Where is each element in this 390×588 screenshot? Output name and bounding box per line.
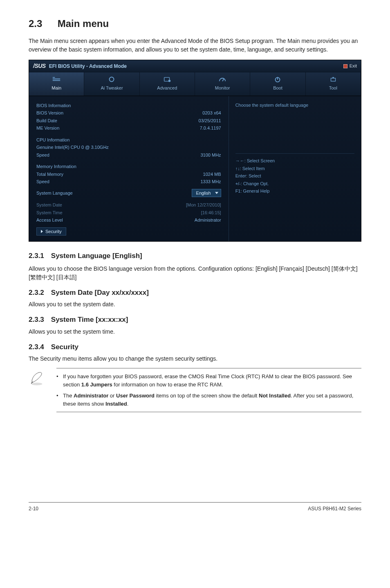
exit-label: Exit: [350, 63, 357, 70]
tab-boot[interactable]: Boot: [250, 72, 305, 96]
heading-233: 2.3.3 System Time [xx:xx:xx]: [29, 314, 361, 325]
total-memory-value: 1024 MB: [203, 171, 221, 178]
svg-point-6: [168, 80, 171, 82]
system-time-label: System Time: [36, 209, 63, 216]
cpu-info-header: CPU Information: [36, 137, 69, 144]
svg-line-7: [222, 79, 224, 81]
tab-advanced[interactable]: Advanced: [140, 72, 195, 96]
note-item-1: If you have forgotten your BIOS password…: [56, 373, 361, 388]
build-date-label: Build Date: [36, 117, 57, 124]
svg-rect-0: [343, 64, 347, 68]
tab-boot-label: Boot: [273, 85, 282, 90]
bios-info-header: BIOS Information: [36, 102, 71, 109]
security-label: Security: [45, 228, 62, 235]
note-block: If you have forgotten your BIOS password…: [29, 368, 361, 412]
tab-advanced-label: Advanced: [157, 85, 177, 90]
system-date-value[interactable]: [Mon 12/27/2010]: [186, 202, 221, 209]
boot-icon: [273, 76, 282, 83]
section-number: 2.3: [29, 18, 42, 29]
tab-ai-tweaker-label: Ai Tweaker: [101, 85, 123, 90]
bios-main-panel: BIOS Information BIOS Version0203 x64 Bu…: [29, 96, 229, 242]
svg-point-12: [31, 383, 43, 386]
help-text: Choose the system default language: [235, 102, 354, 109]
hint-select-screen: →←: Select Screen: [235, 157, 354, 165]
footer-page: 2-10: [29, 505, 38, 512]
monitor-icon: [218, 76, 227, 83]
bios-version-value: 0203 x64: [202, 110, 221, 117]
bios-window: /SUS EFI BIOS Utility - Advanced Mode Ex…: [29, 60, 361, 242]
body-231: Allows you to choose the BIOS language v…: [29, 265, 361, 282]
access-level-value: Administrator: [195, 217, 221, 224]
main-icon: [52, 76, 61, 83]
me-version-value: 7.0.4.1197: [200, 125, 221, 132]
build-date-value: 03/25/2011: [199, 117, 221, 124]
heading-231: 2.3.1 System Language [English]: [29, 251, 361, 261]
bios-help-panel: Choose the system default language →←: S…: [229, 96, 361, 242]
tab-tool[interactable]: Tool: [306, 72, 361, 96]
heading-234: 2.3.4 Security: [29, 342, 361, 352]
cpu-speed-label: Speed: [36, 152, 49, 159]
tab-tool-label: Tool: [329, 85, 337, 90]
exit-button[interactable]: Exit: [343, 63, 357, 70]
hint-enter: Enter: Select: [235, 172, 354, 180]
system-date-label: System Date: [36, 202, 62, 209]
mem-speed-label: Speed: [36, 178, 49, 185]
note-icon: [29, 368, 47, 388]
asus-logo: /SUS: [33, 62, 46, 70]
body-232: Allows you to set the system date.: [29, 300, 361, 309]
bios-version-label: BIOS Version: [36, 110, 63, 117]
body-233: Allows you to set the system time.: [29, 328, 361, 336]
cpu-speed-value: 3100 MHz: [200, 152, 221, 159]
svg-rect-10: [331, 78, 335, 81]
me-version-label: ME Version: [36, 125, 59, 132]
page-footer: 2-10 ASUS P8H61-M2 Series: [29, 502, 361, 512]
tool-icon: [329, 76, 338, 83]
tab-monitor-label: Monitor: [215, 85, 230, 90]
tab-ai-tweaker[interactable]: Ai Tweaker: [84, 72, 139, 96]
body-234: The Security menu items allow you to cha…: [29, 355, 361, 363]
tab-main-label: Main: [52, 85, 61, 90]
tab-monitor[interactable]: Monitor: [195, 72, 250, 96]
system-language-label: System Language: [36, 190, 73, 197]
svg-rect-11: [332, 77, 334, 79]
security-submenu[interactable]: Security: [36, 227, 66, 236]
mem-speed-value: 1333 MHz: [200, 178, 221, 185]
cpu-name: Genuine Intel(R) CPU 0 @ 3.10GHz: [36, 144, 109, 151]
section-title: Main menu: [58, 18, 109, 29]
exit-icon: [343, 64, 347, 68]
section-intro: The Main menu screen appears when you en…: [29, 37, 361, 54]
note-item-2: The Administrator or User Password items…: [56, 392, 361, 408]
svg-point-4: [110, 77, 114, 82]
bios-titlebar: /SUS EFI BIOS Utility - Advanced Mode Ex…: [29, 60, 361, 72]
heading-232: 2.3.2 System Date [Day xx/xx/xxxx]: [29, 287, 361, 298]
access-level-label: Access Level: [36, 217, 63, 224]
svg-rect-2: [53, 79, 60, 79]
hint-change-opt: +/-: Change Opt.: [235, 180, 354, 188]
svg-rect-3: [53, 80, 60, 81]
mem-info-header: Memory Information: [36, 163, 76, 170]
system-language-dropdown[interactable]: English: [192, 189, 221, 197]
advanced-icon: [163, 76, 172, 83]
hint-general-help: F1: General Help: [235, 187, 354, 195]
hint-select-item: ↑↓: Select Item: [235, 165, 354, 173]
section-heading: 2.3 Main menu: [29, 16, 361, 31]
ai-tweaker-icon: [107, 76, 116, 83]
system-time-value[interactable]: [16:46:15]: [201, 209, 221, 216]
total-memory-label: Total Memory: [36, 171, 63, 178]
bios-title: EFI BIOS Utility - Advanced Mode: [49, 63, 127, 70]
tab-main[interactable]: Main: [29, 72, 84, 96]
bios-tabs: Main Ai Tweaker Advanced Monitor Boot To…: [29, 72, 361, 96]
key-hints: →←: Select Screen ↑↓: Select Item Enter:…: [235, 157, 354, 195]
chevron-right-icon: [41, 230, 43, 233]
svg-rect-1: [53, 77, 55, 78]
footer-product: ASUS P8H61-M2 Series: [308, 505, 361, 512]
